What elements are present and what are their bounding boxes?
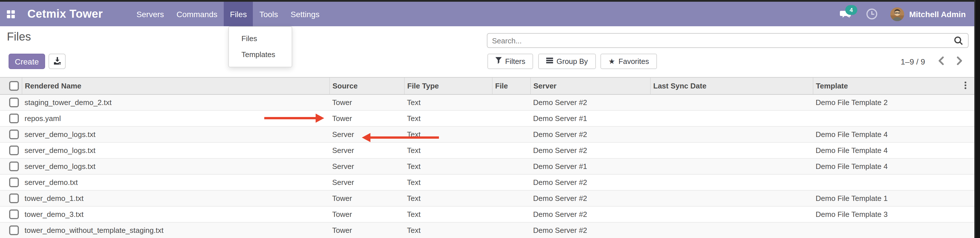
table-row[interactable]: staging_tower_demo_2.txt Tower Text Demo… [0, 94, 975, 110]
select-all-checkbox[interactable] [9, 81, 19, 91]
page-title: Files [7, 30, 31, 43]
table-row[interactable]: tower_demo_without_template_staging.txt … [0, 222, 975, 238]
cell-file-type: Text [404, 222, 492, 238]
row-checkbox[interactable] [9, 130, 19, 139]
row-checkbox[interactable] [9, 114, 19, 123]
filter-funnel-icon [495, 57, 502, 66]
group-by-button[interactable]: Group By [538, 54, 596, 69]
user-name[interactable]: Mitchell Admin [909, 10, 966, 19]
table-row[interactable]: server_demo_logs.txt Server Text Demo Se… [0, 127, 975, 143]
cell-server: Demo Server #2 [530, 127, 650, 143]
col-header-template[interactable]: Template [813, 77, 975, 94]
annotation-arrow-right [264, 114, 324, 123]
cell-rendered-name: tower_demo_1.txt [22, 190, 329, 206]
table-row[interactable]: server_demo_logs.txt Server Text Demo Se… [0, 159, 975, 175]
row-checkbox[interactable] [9, 146, 19, 155]
cell-rendered-name: server_demo_logs.txt [22, 159, 329, 175]
download-icon [53, 56, 61, 67]
search-input[interactable] [487, 36, 951, 45]
cell-file-type: Text [404, 110, 492, 127]
cell-source: Tower [329, 190, 404, 206]
cell-template: Demo File Template 1 [813, 190, 975, 206]
table-row[interactable]: tower_demo_3.txt Tower Text Demo Server … [0, 206, 975, 222]
col-header-rendered-name[interactable]: Rendered Name [22, 77, 329, 94]
menu-files[interactable]: Files [224, 2, 253, 26]
col-header-last-sync-date[interactable]: Last Sync Date [650, 77, 813, 94]
import-button[interactable] [49, 54, 66, 69]
table-row[interactable]: tower_demo_1.txt Tower Text Demo Server … [0, 190, 975, 206]
apps-menu-icon[interactable] [7, 10, 15, 18]
search-icon[interactable] [951, 36, 968, 45]
cell-source: Server [329, 143, 404, 159]
dropdown-item-templates[interactable]: Templates [229, 47, 292, 63]
cell-file [492, 159, 530, 175]
cell-file-type: Text [404, 143, 492, 159]
pager-range: 1–9 / 9 [900, 57, 925, 66]
col-header-source[interactable]: Source [329, 77, 404, 94]
cell-file [492, 143, 530, 159]
col-header-file-type[interactable]: File Type [404, 77, 492, 94]
window-right-edge [974, 0, 980, 238]
cell-rendered-name: server_demo_logs.txt [22, 127, 329, 143]
chevron-left-icon [938, 56, 944, 67]
annotation-arrow-left [362, 133, 439, 142]
table-row[interactable]: server_demo_logs.txt Server Text Demo Se… [0, 143, 975, 159]
cell-file-type: Text [404, 206, 492, 222]
cell-server: Demo Server #2 [530, 206, 650, 222]
table-row[interactable]: repos.yaml Tower Text Demo Server #1 [0, 110, 975, 127]
cell-server: Demo Server #2 [530, 175, 650, 190]
menu-servers[interactable]: Servers [130, 2, 170, 26]
cell-last-sync-date [650, 159, 813, 175]
create-button[interactable]: Create [9, 54, 45, 69]
cell-rendered-name: tower_demo_without_template_staging.txt [22, 222, 329, 238]
row-checkbox[interactable] [9, 98, 19, 107]
cell-last-sync-date [650, 127, 813, 143]
cell-server: Demo Server #2 [530, 143, 650, 159]
cell-file-type: Text [404, 190, 492, 206]
cell-source: Server [329, 159, 404, 175]
user-avatar[interactable] [890, 7, 904, 21]
content-area: Files Create Filters Group By [0, 26, 975, 238]
row-checkbox[interactable] [9, 225, 19, 235]
messages-button[interactable]: 4 [838, 7, 852, 21]
row-checkbox[interactable] [9, 162, 19, 171]
row-checkbox[interactable] [9, 209, 19, 219]
filters-label: Filters [505, 57, 525, 66]
cell-rendered-name: server_demo_logs.txt [22, 143, 329, 159]
pager-next-button[interactable] [956, 56, 963, 67]
filters-button[interactable]: Filters [487, 54, 533, 69]
col-header-server[interactable]: Server [530, 77, 650, 94]
favorites-button[interactable]: ★ Favorites [600, 54, 657, 69]
cell-template: Demo File Template 3 [813, 206, 975, 222]
cell-template: Demo File Template 4 [813, 159, 975, 175]
activities-clock-icon[interactable] [866, 8, 878, 20]
pager-previous-button[interactable] [938, 56, 944, 67]
cell-file [492, 222, 530, 238]
table-row[interactable]: server_demo.txt Server Text Demo Server … [0, 175, 975, 190]
row-checkbox[interactable] [9, 194, 19, 203]
cell-template [813, 222, 975, 238]
cell-last-sync-date [650, 143, 813, 159]
cell-file-type: Text [404, 159, 492, 175]
cell-server: Demo Server #1 [530, 159, 650, 175]
cell-source: Tower [329, 110, 404, 127]
col-header-file[interactable]: File [492, 77, 530, 94]
brand-title[interactable]: Cetmix Tower [27, 8, 103, 21]
menu-commands[interactable]: Commands [170, 2, 224, 26]
cell-server: Demo Server #2 [530, 222, 650, 238]
menu-tools[interactable]: Tools [253, 2, 284, 26]
optional-columns-toggle-icon[interactable] [964, 82, 966, 89]
cell-file [492, 190, 530, 206]
search-bar [487, 33, 969, 48]
menu-settings[interactable]: Settings [284, 2, 326, 26]
files-table-body: staging_tower_demo_2.txt Tower Text Demo… [0, 94, 975, 238]
cell-last-sync-date [650, 206, 813, 222]
dropdown-item-files[interactable]: Files [229, 31, 292, 47]
cell-template: Demo File Template 2 [813, 94, 975, 110]
cell-source: Tower [329, 94, 404, 110]
app-window: Cetmix Tower Servers Commands Files Tool… [0, 0, 980, 238]
pager: 1–9 / 9 [900, 54, 963, 69]
row-checkbox[interactable] [9, 178, 19, 187]
cell-file [492, 94, 530, 110]
cell-source: Server [329, 175, 404, 190]
